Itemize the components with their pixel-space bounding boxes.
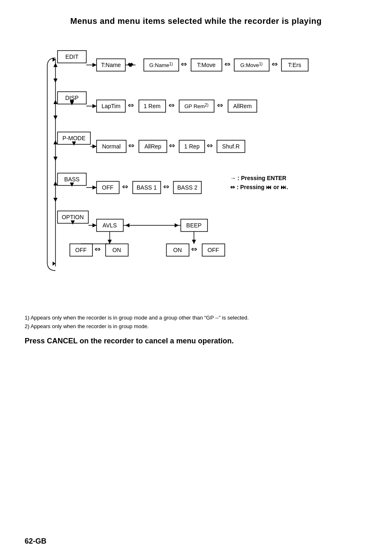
- svg-text:BASS 2: BASS 2: [177, 184, 197, 191]
- footnote-2: 2) Appears only when the recorder is in …: [25, 322, 367, 331]
- svg-marker-5: [53, 63, 58, 67]
- svg-text:⇔: ⇔: [122, 183, 128, 191]
- svg-text:→ : Pressing ENTER: → : Pressing ENTER: [230, 175, 286, 181]
- svg-marker-2: [53, 116, 58, 120]
- svg-text:⇔: ⇔: [127, 60, 134, 68]
- svg-text:⇔: ⇔: [224, 60, 231, 68]
- svg-text:T:Name: T:Name: [101, 62, 121, 68]
- svg-marker-90: [192, 240, 196, 244]
- svg-text:⇔: ⇔: [207, 141, 213, 150]
- svg-text:1 Rem: 1 Rem: [143, 103, 160, 109]
- svg-marker-4: [53, 198, 58, 202]
- svg-marker-88: [108, 240, 112, 244]
- svg-marker-79: [92, 223, 97, 227]
- svg-text:⇔: ⇔: [181, 60, 187, 68]
- page-number: 62-GB: [25, 537, 46, 546]
- svg-marker-7: [53, 140, 58, 144]
- svg-marker-14: [92, 63, 97, 67]
- svg-marker-10: [53, 262, 55, 266]
- svg-text:LapTim: LapTim: [101, 103, 120, 109]
- svg-text:P-MODE: P-MODE: [62, 135, 85, 141]
- svg-text:1 Rep: 1 Rep: [184, 143, 200, 150]
- svg-text:OFF: OFF: [102, 184, 113, 191]
- svg-text:⇔: ⇔: [168, 101, 175, 109]
- svg-text:Shuf.R: Shuf.R: [222, 143, 240, 150]
- svg-text:OFF: OFF: [75, 247, 87, 253]
- svg-text:⇔: ⇔: [217, 101, 223, 109]
- svg-text:BASS: BASS: [64, 176, 79, 183]
- svg-text:EDIT: EDIT: [65, 53, 78, 60]
- svg-text:AllRem: AllRem: [233, 103, 251, 109]
- menu-diagram: EDIT T:Name ⇔ G:Name1) ⇔ T:Move ⇔ G:Move…: [25, 38, 370, 306]
- svg-text:⇔: ⇔: [128, 101, 134, 109]
- svg-text:BASS 1: BASS 1: [136, 184, 157, 191]
- svg-text:Normal: Normal: [102, 143, 120, 150]
- footnotes: 1) Appears only when the recorder is in …: [25, 314, 367, 331]
- svg-marker-8: [53, 181, 58, 185]
- svg-text:AllRep: AllRep: [144, 143, 161, 150]
- svg-text:T:Ers: T:Ers: [288, 62, 301, 68]
- svg-marker-84: [175, 223, 179, 227]
- press-cancel-text: Press CANCEL on the recorder to cancel a…: [25, 337, 367, 345]
- page-title: Menus and menu items selected while the …: [25, 16, 367, 26]
- svg-text:T:Move: T:Move: [197, 62, 215, 68]
- svg-text:BEEP: BEEP: [186, 222, 201, 229]
- svg-text:⇔: ⇔: [95, 245, 101, 253]
- svg-text:⇔: ⇔: [191, 245, 197, 253]
- svg-marker-50: [92, 144, 97, 148]
- footnote-1: 1) Appears only when the recorder is in …: [25, 314, 367, 322]
- svg-text:OFF: OFF: [208, 247, 219, 253]
- svg-marker-35: [92, 104, 97, 108]
- svg-text:ON: ON: [173, 247, 182, 253]
- svg-marker-3: [53, 157, 58, 161]
- svg-text:⇔: ⇔: [128, 141, 134, 150]
- svg-text:⇔ : Pressing ⏮ or ⏭.: ⇔ : Pressing ⏮ or ⏭.: [230, 184, 288, 190]
- svg-text:ON: ON: [113, 247, 121, 253]
- svg-text:OPTION: OPTION: [62, 214, 84, 220]
- svg-marker-65: [92, 185, 97, 190]
- svg-marker-1: [53, 79, 58, 83]
- svg-text:AVLS: AVLS: [103, 222, 117, 229]
- svg-text:⇔: ⇔: [169, 141, 175, 150]
- svg-marker-83: [125, 223, 129, 227]
- svg-text:⇔: ⇔: [272, 60, 278, 68]
- svg-text:⇔: ⇔: [163, 183, 169, 191]
- svg-marker-6: [53, 100, 58, 104]
